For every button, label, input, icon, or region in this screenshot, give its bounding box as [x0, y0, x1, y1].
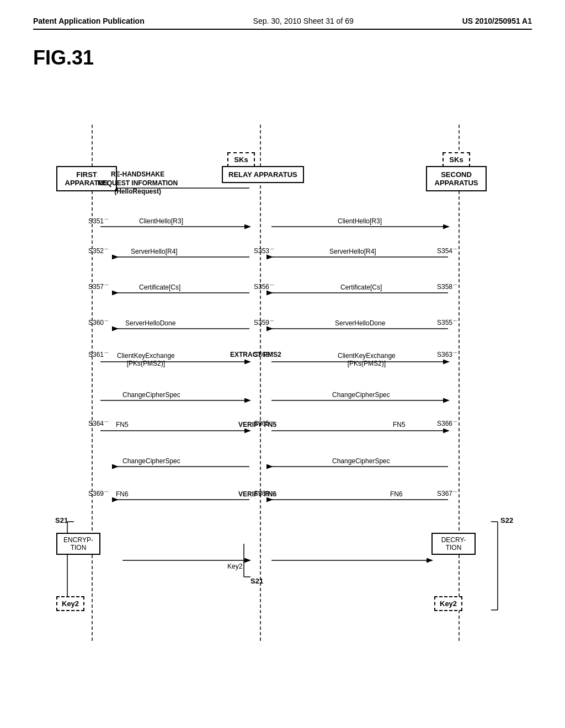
encryption-box: ENCRYP-TION [56, 533, 100, 555]
s351-label: S351⌒ [88, 217, 109, 226]
s369-label: S369⌒ [88, 490, 109, 498]
key2-appdata-label: Key2 [227, 563, 242, 570]
cert-left-label: Certificate[Cs] [139, 283, 180, 291]
verify-fn5-label: VERIFY FN5 [238, 421, 276, 429]
changecipherspec1-right-label: ChangeCipherSpec [332, 391, 390, 399]
s359-label: S359⌒ [254, 319, 275, 327]
key2-right-box: Key2 [434, 596, 462, 611]
s367-label: S367⌒ [437, 490, 458, 498]
s21-label: S21 [250, 577, 263, 585]
relay-apparatus-label: RELAY APPARATUS [222, 166, 304, 183]
clienthello3-left-label: ClientHello[R3] [139, 217, 183, 225]
verify-fn6-label: VERIFY FN6 [238, 490, 276, 498]
fn6-left-label: FN6 [116, 490, 129, 498]
changecipherspec2-left-label: ChangeCipherSpec [122, 457, 180, 465]
s353-label: S353⌒ [254, 247, 275, 255]
s355-label: S355⌒ [437, 319, 458, 327]
serverhellodone-left-label: ServerHelloDone [125, 319, 175, 327]
decryption-box: DECRY-TION [431, 533, 476, 555]
fn6-right-label: FN6 [390, 490, 403, 498]
fn5-right-label: FN5 [393, 421, 406, 429]
s357-label: S357⌒ [88, 283, 109, 291]
s358-label: S358⌒ [437, 283, 458, 291]
serverhellodone-right-label: ServerHelloDone [335, 319, 385, 327]
key2-left-box: Key2 [56, 596, 84, 611]
changecipherspec2-right-label: ChangeCipherSpec [332, 457, 390, 465]
s354-label: S354⌒ [437, 247, 458, 255]
s22-label: S22 [500, 516, 513, 524]
serverhello4-left-label: ServerHello[R4] [131, 248, 178, 255]
sks-relay-box: SKs [227, 152, 255, 167]
fn5-left-label: FN5 [116, 421, 129, 429]
clienthello3-right-label: ClientHello[R3] [338, 217, 382, 225]
s363-label: S363⌒ [437, 351, 458, 359]
s364-label: S364⌒ [88, 420, 109, 428]
extract-pms2-label: EXTRACT PMS2 [230, 351, 281, 358]
serverhello4-right-label: ServerHello[R4] [329, 248, 376, 255]
s352-label: S352⌒ [88, 247, 109, 255]
second-apparatus-box: SECONDAPPARATUS [426, 166, 487, 191]
second-apparatus-label: SECONDAPPARATUS [426, 166, 487, 191]
sks-second-label: SKs [443, 152, 470, 167]
diagram: SKs SKs FIRSTAPPARATUS RELAY APPARATUS S… [40, 81, 525, 676]
header-center: Sep. 30, 2010 Sheet 31 of 69 [253, 17, 354, 25]
s360-label: S360⌒ [88, 319, 109, 327]
fig-title: FIG.31 [33, 46, 532, 69]
rehandshake-text: RE-HANDSHAKEREQUEST INFORMATION(HelloReq… [98, 170, 178, 196]
key2-right-label: Key2 [434, 596, 462, 611]
clientkeyexchange-right-label: ClientKeyExchange[PKs(PMS2)] [338, 352, 396, 368]
clientkeyexchange-left-label: ClientKeyExchange[PKs(PMS2)] [117, 352, 175, 368]
header-right: US 2010/250951 A1 [462, 17, 532, 25]
s20-label: S21 [55, 516, 68, 524]
page-header: Patent Application Publication Sep. 30, … [33, 17, 532, 30]
decryption-label: DECRY-TION [431, 533, 476, 555]
relay-apparatus-box: RELAY APPARATUS [222, 166, 304, 183]
cert-right-label: Certificate[Cs] [340, 283, 382, 291]
sks-relay-label: SKs [227, 152, 255, 167]
header-left: Patent Application Publication [33, 17, 145, 25]
changecipherspec1-left-label: ChangeCipherSpec [122, 391, 180, 399]
encryption-label: ENCRYP-TION [56, 533, 100, 555]
s366-label: S366⌒ [437, 420, 458, 428]
sks-second-box: SKs [443, 152, 470, 167]
s361-label: S361⌒ [88, 351, 109, 359]
key2-left-label: Key2 [56, 596, 84, 611]
s356-label: S356⌒ [254, 283, 275, 291]
